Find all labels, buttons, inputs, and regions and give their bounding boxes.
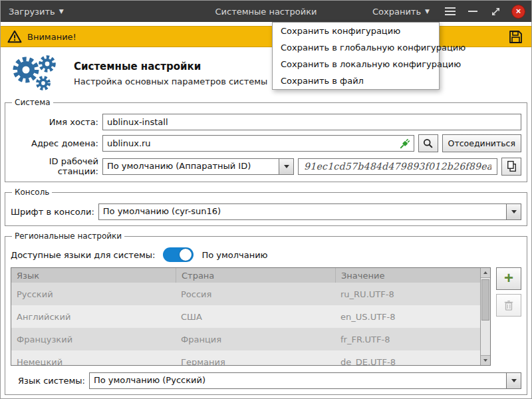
hostname-label: Имя хоста:	[11, 117, 98, 127]
cell-value: fr_FR.UTF-8	[335, 334, 480, 344]
table-row[interactable]: Французкий Франция fr_FR.UTF-8	[11, 328, 480, 350]
scrollbar-track[interactable]	[481, 278, 490, 355]
domain-input[interactable]	[102, 135, 414, 152]
table-header-row: Язык Страна Значение	[11, 268, 480, 283]
copy-icon	[506, 160, 517, 172]
station-id-row: ID рабочей станции: По умолчанию (Аппара…	[11, 156, 521, 176]
load-menu-label: Загрузить	[9, 7, 55, 17]
load-menu-button[interactable]: Загрузить ▼	[1, 1, 72, 22]
chevron-down-icon	[483, 359, 487, 362]
scrollbar-thumb[interactable]	[481, 279, 489, 321]
languages-table-main: Язык Страна Значение Русский Россия ru_R…	[11, 268, 480, 365]
station-id-value-field[interactable]	[298, 158, 497, 175]
titlebar: Загрузить ▼ Системные настройки Сохранит…	[1, 1, 531, 22]
table-row[interactable]: Немецкий Германия de_DE.UTF-8	[11, 350, 480, 365]
toggle-knob	[180, 249, 192, 261]
console-font-value: По умолчанию (cyr-sun16)	[99, 204, 506, 219]
window-title: Системные настройки	[215, 7, 317, 17]
cell-value: de_DE.UTF-8	[335, 357, 480, 366]
disconnect-button[interactable]: Отсоединиться	[442, 134, 521, 152]
floppy-disk-icon	[507, 29, 523, 45]
maximize-button[interactable]	[485, 1, 505, 22]
trash-icon	[503, 299, 514, 311]
regional-legend: Региональные настройки	[12, 231, 124, 241]
station-id-label: ID рабочей станции:	[11, 156, 98, 176]
system-language-row: Язык системы: По умолчанию (Русский)	[11, 372, 521, 389]
search-icon	[422, 138, 434, 149]
expand-icon	[491, 7, 501, 17]
save-menu-item[interactable]: Сохранить в файл	[273, 72, 439, 89]
station-id-mode-select[interactable]: По умолчанию (Аппаратный ID)	[102, 158, 294, 175]
table-row[interactable]: Английский США en_US.UTF-8	[11, 305, 480, 328]
default-languages-toggle[interactable]	[163, 247, 194, 262]
cell-country: Германия	[176, 357, 335, 366]
save-menu-item[interactable]: Сохранить в локальную конфигурацию	[273, 56, 439, 72]
table-scrollbar[interactable]	[480, 268, 490, 365]
chevron-down-icon	[511, 210, 517, 213]
domain-label: Адрес домена:	[11, 138, 98, 148]
column-header-country[interactable]: Страна	[176, 268, 335, 283]
save-menu-button[interactable]: Сохранить ▼	[364, 1, 438, 22]
header-text: Системные настройки Настройка основных п…	[74, 61, 267, 86]
page-header: Системные настройки Настройка основных п…	[1, 47, 531, 98]
cell-country: Россия	[176, 289, 335, 299]
system-section: Система Имя хоста: Адрес домена:	[5, 98, 527, 182]
cell-value: ru_RU.UTF-8	[335, 289, 480, 299]
table-action-buttons: +	[491, 267, 521, 317]
copy-id-button[interactable]	[501, 158, 521, 176]
system-legend: Система	[12, 98, 53, 107]
save-menu: Сохранить конфигурациюСохранить в глобал…	[272, 22, 440, 90]
cell-language: Французкий	[11, 334, 176, 344]
column-header-value[interactable]: Значение	[335, 268, 480, 283]
titlebar-controls: Сохранить ▼ ×	[364, 1, 531, 22]
page-title: Системные настройки	[74, 61, 267, 72]
minimize-icon	[468, 11, 477, 12]
chevron-up-icon	[483, 271, 487, 274]
cell-country: США	[176, 312, 335, 322]
cell-language: Английский	[11, 312, 176, 322]
languages-table-zone: Язык Страна Значение Русский Россия ru_R…	[11, 267, 521, 366]
search-domain-button[interactable]	[418, 134, 438, 152]
available-languages-label: Доступные языки для системы:	[11, 250, 155, 260]
console-section: Консоль Шрифт в консоли: По умолчанию (c…	[5, 188, 527, 226]
domain-row: Адрес домена: Отсоединиться	[11, 134, 521, 152]
scroll-up-button[interactable]	[481, 268, 490, 278]
plus-icon: +	[504, 270, 513, 286]
cell-value: en_US.UTF-8	[335, 312, 480, 322]
app-window: Загрузить ▼ Системные настройки Сохранит…	[0, 0, 532, 399]
chevron-down-icon	[511, 379, 517, 382]
available-languages-row: Доступные языки для системы: По умолчани…	[11, 247, 521, 262]
save-menu-item[interactable]: Сохранить в глобальную конфигурацию	[273, 39, 439, 56]
language-table-body: Русский Россия ru_RU.UTF-8 Английский СШ…	[11, 283, 480, 365]
chevron-down-icon: ▼	[59, 8, 64, 15]
column-header-language[interactable]: Язык	[11, 268, 176, 283]
cell-language: Немецкий	[11, 357, 176, 366]
gears-icon	[9, 53, 61, 94]
hostname-input[interactable]	[102, 114, 521, 130]
page-subtitle: Настройка основных параметров системы	[74, 76, 267, 86]
hamburger-icon	[445, 11, 456, 12]
scroll-down-button[interactable]	[481, 355, 490, 365]
regional-section: Региональные настройки Доступные языки д…	[5, 231, 527, 395]
dropdown-arrow-button[interactable]	[506, 204, 521, 219]
close-button[interactable]: ×	[511, 5, 525, 19]
minimize-button[interactable]	[463, 1, 483, 22]
warning-text: Внимание!	[27, 32, 76, 42]
delete-language-button[interactable]	[496, 294, 521, 317]
dropdown-arrow-button[interactable]	[506, 373, 521, 388]
system-language-select[interactable]: По умолчанию (Русский)	[89, 372, 521, 389]
hamburger-menu-button[interactable]	[440, 1, 460, 22]
domain-input-wrap	[102, 135, 414, 152]
dropdown-arrow-button[interactable]	[279, 159, 293, 174]
console-font-row: Шрифт в консоли: По умолчанию (cyr-sun16…	[11, 203, 521, 220]
hostname-row: Имя хоста:	[11, 114, 521, 130]
table-row[interactable]: Русский Россия ru_RU.UTF-8	[11, 283, 480, 305]
save-to-file-button[interactable]	[506, 27, 525, 46]
console-font-select[interactable]: По умолчанию (cyr-sun16)	[98, 203, 521, 220]
languages-table: Язык Страна Значение Русский Россия ru_R…	[11, 267, 491, 366]
cell-language: Русский	[11, 289, 176, 299]
add-language-button[interactable]: +	[496, 267, 521, 290]
chevron-down-icon	[284, 165, 289, 168]
save-menu-item[interactable]: Сохранить конфигурацию	[273, 23, 439, 39]
system-language-label: Язык системы:	[11, 376, 85, 386]
